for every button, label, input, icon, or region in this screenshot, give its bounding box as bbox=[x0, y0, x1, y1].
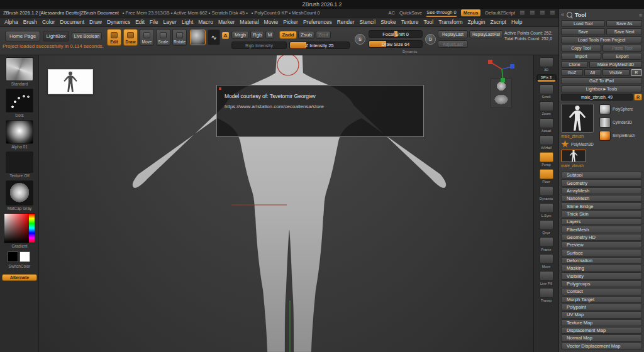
see-through-slider[interactable]: See-through 0 bbox=[426, 9, 457, 17]
right-shelf-button[interactable]: Frame bbox=[540, 237, 553, 252]
draw-size-slider[interactable]: Draw Size 64 bbox=[369, 40, 423, 48]
rgb-button[interactable]: Rgb bbox=[250, 31, 264, 39]
right-shelf-button[interactable]: AAHalf bbox=[540, 135, 553, 150]
live-boolean-button[interactable]: Live Boolean bbox=[72, 32, 102, 40]
menu-item[interactable]: Stroke bbox=[378, 18, 399, 26]
home-page-button[interactable]: Home Page bbox=[5, 31, 40, 41]
z-intensity-slider[interactable]: Z Intensity 25 bbox=[289, 41, 350, 49]
stroke-thumbnail-dots[interactable] bbox=[6, 89, 33, 113]
menu-item[interactable]: Dynamics bbox=[104, 18, 133, 26]
replay-last-rel-button[interactable]: ReplayLastRel bbox=[469, 30, 503, 38]
make-polymesh3d-button[interactable]: Make PolyMesh3D bbox=[589, 61, 642, 68]
tool-section-header[interactable]: Displacement Map bbox=[561, 327, 642, 334]
default-zscript-button[interactable]: DefaultZScript bbox=[485, 10, 515, 16]
menu-item[interactable]: Color bbox=[40, 18, 57, 26]
stroke-type-thumbnail[interactable]: ∿ bbox=[208, 30, 220, 45]
load-tools-from-project-button[interactable]: Load Tools From Project bbox=[561, 36, 642, 43]
palette-config-icon[interactable] bbox=[540, 10, 545, 16]
goz-all-button[interactable]: All bbox=[584, 69, 601, 76]
palette-menu-icon[interactable]: ≡ bbox=[639, 12, 642, 18]
menu-item[interactable]: File bbox=[147, 18, 161, 26]
tool-section-header[interactable]: Surface bbox=[561, 249, 642, 256]
hue-strip[interactable] bbox=[29, 214, 35, 243]
lightbox-button[interactable]: LightBox bbox=[43, 31, 69, 41]
tool-item-cylinder3d[interactable]: Cylinder3D bbox=[599, 118, 642, 128]
tool-item-polymesh3d[interactable]: PolyMesh3D bbox=[561, 140, 597, 148]
tool-section-header[interactable]: Contact bbox=[561, 288, 642, 295]
ac-toggle[interactable]: AC bbox=[388, 10, 394, 16]
menu-item[interactable]: Preferences bbox=[301, 18, 335, 26]
texture-thumbnail[interactable] bbox=[6, 151, 33, 173]
menu-item[interactable]: Stencil bbox=[357, 18, 379, 26]
save-button[interactable]: Save bbox=[561, 28, 605, 35]
shelf-config-icon[interactable] bbox=[519, 10, 525, 16]
menu-item[interactable]: Layer bbox=[161, 18, 179, 26]
x-axis-handle[interactable] bbox=[488, 60, 492, 64]
right-shelf-button[interactable]: Zoom bbox=[540, 101, 553, 116]
tool-section-header[interactable]: Slime Bridge bbox=[561, 202, 642, 209]
tool-section-header[interactable]: Morph Target bbox=[561, 296, 642, 303]
menu-item[interactable]: Draw bbox=[87, 18, 104, 26]
focal-shift-slider[interactable]: Focal Shift 0 bbox=[369, 30, 423, 38]
tool-section-header[interactable]: Texture Map bbox=[561, 319, 642, 326]
zadd-button[interactable]: Zadd bbox=[279, 31, 297, 39]
current-brush-thumbnail[interactable] bbox=[190, 30, 206, 45]
dynamic-draw-size-toggle[interactable]: Dynamic bbox=[402, 50, 417, 53]
menu-item[interactable]: Material bbox=[237, 18, 261, 26]
right-shelf-button[interactable]: Line Fill bbox=[540, 271, 553, 286]
paste-tool-button[interactable]: Paste Tool bbox=[602, 45, 643, 52]
tool-section-header[interactable]: Layers bbox=[561, 218, 642, 225]
tool-section-header[interactable]: Geometry bbox=[561, 179, 642, 186]
right-shelf-button[interactable]: Qxyz bbox=[540, 220, 553, 235]
right-shelf-button[interactable]: Move bbox=[540, 254, 553, 269]
tool-section-header[interactable]: Polygroups bbox=[561, 280, 642, 287]
alpha-selector[interactable]: A bbox=[222, 32, 229, 39]
menu-item[interactable]: Zplugin bbox=[465, 18, 488, 26]
scale-mode-button[interactable]: Scale bbox=[156, 29, 170, 46]
tool-quicksave-slider[interactable]: male_zbrush. 49 bbox=[561, 94, 633, 101]
orientation-gizmo[interactable] bbox=[487, 59, 514, 83]
menu-item[interactable]: Tool bbox=[421, 18, 436, 26]
tool-section-header[interactable]: Polypaint bbox=[561, 304, 642, 311]
menu-item[interactable]: Light bbox=[179, 18, 196, 26]
mrgb-button[interactable]: Mrgb bbox=[231, 31, 249, 39]
help-info-icon[interactable] bbox=[550, 10, 555, 16]
tool-section-header[interactable]: Masking bbox=[561, 265, 642, 272]
right-shelf-button[interactable]: Scroll bbox=[540, 84, 553, 99]
zcut-button[interactable]: Zcut bbox=[316, 31, 331, 39]
main-color-swatch[interactable] bbox=[8, 251, 18, 262]
menu-item[interactable]: Document bbox=[57, 18, 87, 26]
tool-section-header[interactable]: Subtool bbox=[561, 172, 642, 179]
switch-color[interactable] bbox=[8, 251, 30, 262]
draw-mode-button[interactable]: Draw bbox=[123, 29, 138, 46]
zsub-button[interactable]: Zsub bbox=[298, 31, 314, 39]
adjust-last-button[interactable]: AdjustLast bbox=[438, 40, 468, 48]
copy-tool-button[interactable]: Copy Tool bbox=[561, 45, 601, 52]
menu-item[interactable]: Marker bbox=[216, 18, 237, 26]
dynamic-dial[interactable]: D bbox=[425, 34, 436, 45]
quicksave-button[interactable]: QuickSave bbox=[399, 10, 422, 16]
menu-item[interactable]: Help bbox=[509, 18, 525, 26]
menu-item[interactable]: Alpha bbox=[2, 18, 21, 26]
active-tool-thumbnail[interactable] bbox=[561, 104, 594, 133]
tool-section-header[interactable]: Thick Skin bbox=[561, 211, 642, 217]
menu-item[interactable]: Brush bbox=[21, 18, 40, 26]
y-axis-handle[interactable] bbox=[501, 78, 505, 82]
secondary-color-swatch[interactable] bbox=[19, 251, 30, 262]
goz-visible-button[interactable]: Visible bbox=[602, 69, 630, 76]
right-shelf-button[interactable]: Actual bbox=[540, 118, 553, 133]
menu-item[interactable]: Transform bbox=[436, 18, 465, 26]
save-as-button[interactable]: Save As bbox=[606, 20, 642, 27]
tool-section-header[interactable]: ArrayMesh bbox=[561, 187, 642, 194]
tool-section-header[interactable]: NanoMesh bbox=[561, 195, 642, 202]
alternate-button[interactable]: Alternate bbox=[2, 274, 37, 281]
recent-tool-thumbnail[interactable] bbox=[561, 150, 586, 162]
collapse-chevrons-icon[interactable]: « bbox=[561, 12, 564, 18]
right-shelf-button[interactable]: Floor bbox=[540, 169, 553, 184]
tool-section-header[interactable]: Visibility bbox=[561, 272, 642, 279]
right-shelf-button[interactable]: Persp bbox=[540, 152, 553, 167]
menu-item[interactable]: Movie bbox=[262, 18, 281, 26]
right-shelf-button[interactable]: Dynamic bbox=[540, 186, 553, 201]
brush-thumbnail-standard[interactable] bbox=[6, 57, 33, 81]
tool-section-header[interactable]: FiberMesh bbox=[561, 226, 642, 233]
